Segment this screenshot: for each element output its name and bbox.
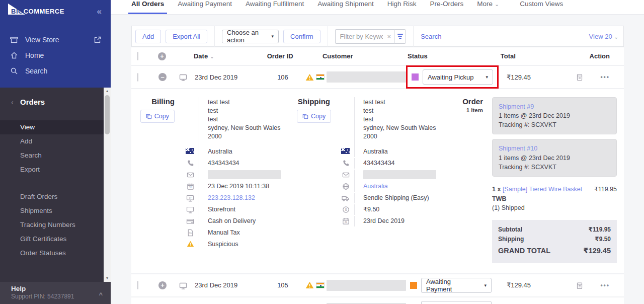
scrollbar-thumb[interactable] [105, 95, 110, 134]
australia-flag-icon [186, 148, 194, 154]
clear-filter-icon[interactable]: × [384, 29, 394, 44]
sidebar-item-search[interactable]: Search [0, 63, 111, 79]
bulk-action-select[interactable]: Choose an action ▾ [222, 30, 279, 43]
chevron-down-icon: ⌄ [495, 1, 499, 7]
tab-awaiting-fulfillment[interactable]: Awaiting Fulfillment [246, 0, 304, 14]
filter-icon[interactable] [394, 29, 406, 44]
billing-address: test test test test sydney, New South Wa… [199, 97, 291, 146]
sidebar-item-search-orders[interactable]: Search [0, 148, 111, 163]
export-all-button[interactable]: Export All [166, 30, 207, 43]
tab-more[interactable]: More⌄ [477, 0, 499, 14]
order-date: 23rd Dec 2019 [195, 73, 260, 81]
sidebar-item-export[interactable]: Export [0, 163, 111, 177]
scroll-up-icon[interactable]: ▴ [106, 88, 108, 95]
menu-spacer [0, 177, 111, 190]
shipping-cost-icon: $ [342, 206, 350, 213]
sidebar-item-view[interactable]: View [0, 120, 111, 134]
support-pin: Support PIN: 54237891 [11, 293, 74, 300]
order-notes-icon[interactable] [576, 73, 584, 81]
order-datetime: 23 Dec 2019 10:11:38 [199, 181, 291, 192]
order-status-select[interactable]: Awaiting Pickup ▾ [423, 69, 493, 85]
sidebar-item-home[interactable]: Home [0, 47, 111, 63]
sort-caret-icon: ⌄ [210, 54, 214, 59]
billing-title: Billing [131, 97, 175, 106]
billing-phone: 434343434 [199, 158, 291, 169]
search-button[interactable]: Search [421, 33, 441, 40]
chevron-up-icon[interactable]: ^ [99, 291, 103, 298]
email-icon [187, 171, 194, 179]
svg-text:31: 31 [189, 186, 192, 189]
order-total: ₹129.45 [502, 73, 562, 81]
shipping-zone-link[interactable]: Australia [363, 183, 388, 190]
orders-toolbar: Add Export All Choose an action ▾ Confir… [131, 26, 624, 47]
shipping-label: Shipping [498, 235, 524, 244]
back-chevron-icon[interactable]: ‹ [11, 98, 20, 106]
risk-warning-icon [305, 281, 314, 289]
item-fulfillment-status: (1) Shipped [492, 203, 594, 213]
sidebar-item-draft-orders[interactable]: Draft Orders [0, 190, 111, 204]
select-caret-icon: ▾ [265, 34, 274, 39]
storefront-channel-icon [179, 73, 187, 81]
shipping-cost: ₹9.50 [354, 204, 448, 215]
copy-billing-button[interactable]: Copy [140, 110, 175, 123]
main-area: All Orders Awaiting Payment Awaiting Ful… [111, 0, 644, 304]
toolbar-divider [214, 26, 215, 47]
shipment-link[interactable]: Shipment #10 [499, 144, 610, 153]
sidebar-scrollbar[interactable]: ▴ ▾ [104, 88, 111, 282]
row-actions-icon[interactable]: ••• [600, 282, 610, 289]
payment-card-icon [186, 217, 194, 225]
shipping-date: 23rd Dec 2019 [354, 216, 448, 226]
tab-awaiting-payment[interactable]: Awaiting Payment [178, 0, 232, 14]
phone-icon [343, 160, 350, 167]
filter-keyword-input[interactable] [335, 29, 384, 44]
shipment-card[interactable]: Shipment #9 1 items @ 23rd Dec 2019 Trac… [492, 97, 617, 134]
sidebar-item-shipments[interactable]: Shipments [0, 204, 111, 218]
risk-flag: Suspicious [199, 239, 291, 250]
billing-section: Billing Copy test test test test sydney,… [131, 97, 291, 263]
row-checkbox[interactable] [137, 73, 138, 82]
row-actions-icon[interactable]: ••• [600, 73, 610, 81]
tab-high-risk[interactable]: High Risk [387, 0, 417, 14]
ip-address-link[interactable]: 223.223.128.132 [208, 194, 255, 201]
order-id: 105 [260, 281, 305, 289]
sidebar-item-gift-certificates[interactable]: Gift Certificates [0, 232, 111, 246]
header-date[interactable]: Date⌄ [194, 52, 258, 60]
collapse-row-icon[interactable]: – [158, 73, 167, 81]
sidebar-item-tracking-numbers[interactable]: Tracking Numbers [0, 218, 111, 232]
tab-custom-views[interactable]: Custom Views [520, 0, 563, 14]
order-notes-icon[interactable] [576, 281, 584, 289]
storefront-icon [186, 206, 194, 214]
order-date: 23rd Dec 2019 [195, 281, 260, 289]
confirm-button[interactable]: Confirm [283, 30, 320, 43]
shipment-card[interactable]: Shipment #10 1 items @ 23rd Dec 2019 Tra… [492, 139, 617, 176]
billing-country: Australia [199, 146, 291, 157]
shipping-value: ₹9.50 [595, 235, 611, 244]
sidebar-item-view-store[interactable]: View Store [0, 32, 111, 47]
shipment-link[interactable]: Shipment #9 [499, 102, 610, 111]
sidebar-item-order-statuses[interactable]: Order Statuses [0, 246, 111, 260]
globe-icon [342, 183, 350, 190]
shipping-address: test test test test sydney, New South Wa… [354, 97, 448, 146]
sidebar-item-add[interactable]: Add [0, 134, 111, 148]
help-panel[interactable]: Help Support PIN: 54237891 ^ [0, 282, 111, 304]
product-link[interactable]: [Sample] Tiered Wire Basket [503, 186, 582, 193]
tab-all-orders[interactable]: All Orders [131, 0, 164, 14]
expand-all-icon[interactable]: + [158, 52, 166, 60]
sidebar-collapse-icon[interactable]: « [97, 7, 102, 16]
tab-pre-orders[interactable]: Pre-Orders [430, 0, 464, 14]
customer-name-redacted [327, 280, 406, 291]
scroll-down-icon[interactable]: ▾ [106, 275, 108, 282]
order-row-105: + 23rd Dec 2019 105 Awaiting Payment ▾ [131, 274, 624, 297]
select-all-checkbox[interactable] [137, 52, 138, 60]
bigcommerce-logo[interactable]: BIGCOMMERCE [8, 8, 64, 15]
order-row-106: – 23rd Dec 2019 106 Awaiting Pickup ▾ [131, 66, 624, 89]
order-status-select[interactable]: Awaiting Payment ▾ [421, 278, 492, 293]
expand-row-icon[interactable]: + [158, 281, 167, 289]
view-count-select[interactable]: View 20⌄ [589, 33, 618, 40]
shipping-country: Australia [354, 146, 448, 157]
row-checkbox[interactable] [137, 281, 138, 289]
add-order-button[interactable]: Add [135, 30, 161, 43]
order-status-select[interactable]: Shipped ▾ [421, 301, 492, 304]
tab-awaiting-shipment[interactable]: Awaiting Shipment [317, 0, 374, 14]
copy-shipping-button[interactable]: Copy [297, 110, 331, 123]
